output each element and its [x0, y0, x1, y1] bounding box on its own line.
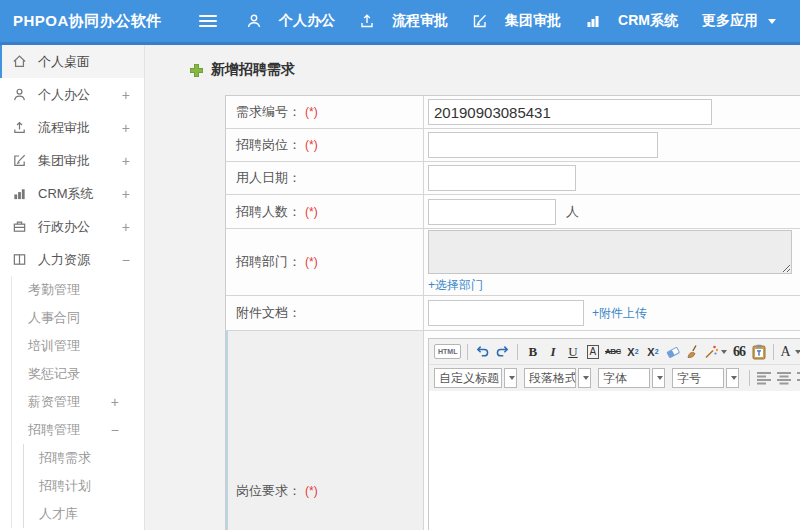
sidebar-label: 集团审批: [38, 152, 90, 170]
strikethrough-button[interactable]: ABC: [604, 342, 621, 362]
bar-chart-icon: [12, 186, 29, 201]
field-label: 招聘人数：: [236, 203, 301, 221]
undo-button[interactable]: [474, 342, 491, 362]
sidebar-item-crm[interactable]: CRM系统 +: [0, 177, 144, 210]
redo-button[interactable]: [494, 342, 511, 362]
nav-item-more-apps[interactable]: 更多应用: [702, 12, 776, 30]
page-title: 新增招聘需求: [190, 61, 295, 79]
sidebar-item-admin-office[interactable]: 行政办公 +: [0, 210, 144, 243]
editor-body[interactable]: [429, 391, 800, 530]
sidebar-item-personal-desktop[interactable]: 个人桌面: [0, 45, 144, 78]
attachment-input[interactable]: [428, 300, 584, 326]
caret-down-icon[interactable]: [504, 368, 517, 388]
sidebar-label: 人事合同: [28, 309, 80, 327]
expand-toggle[interactable]: +: [122, 153, 130, 169]
font-size-select[interactable]: 字号: [672, 368, 739, 388]
sidebar-item-hr[interactable]: 人力资源 −: [0, 243, 144, 276]
upload-attachment-link[interactable]: +附件上传: [592, 305, 647, 322]
app-logo: PHPOA协同办公软件: [0, 12, 187, 31]
expand-toggle[interactable]: +: [122, 87, 130, 103]
nav-item-personal-office[interactable]: 个人办公: [246, 12, 335, 30]
book-icon: [12, 252, 29, 267]
required-marker: (*): [305, 105, 318, 119]
eraser-button[interactable]: [664, 342, 681, 362]
menu-toggle-icon[interactable]: [199, 12, 219, 30]
add-icon: [190, 64, 203, 77]
field-label: 招聘岗位：: [236, 136, 301, 154]
sidebar-item-salary[interactable]: 薪资管理 +: [12, 388, 144, 416]
font-color-button[interactable]: A: [780, 342, 800, 362]
sidebar-item-talent-pool[interactable]: 人才库: [24, 500, 144, 528]
superscript-button[interactable]: X2: [624, 342, 641, 362]
editor-toolbar-bottom: 自定义标题 段落格式 字体 字号: [429, 365, 800, 391]
bar-chart-icon: [585, 13, 602, 29]
nav-label: 集团审批: [505, 12, 561, 30]
font-family-select[interactable]: 字体: [598, 368, 665, 388]
caret-down-icon: [795, 350, 800, 354]
user-icon: [246, 13, 263, 29]
richtext-editor: HTML B I U A ABC X2 X2: [428, 338, 800, 530]
sidebar-item-recruit-plan[interactable]: 招聘计划: [24, 472, 144, 500]
blockquote-button[interactable]: 66: [730, 342, 747, 362]
sidebar-item-personal-office[interactable]: 个人办公 +: [0, 78, 144, 111]
nav-item-crm[interactable]: CRM系统: [585, 12, 678, 30]
sidebar-item-group-approval[interactable]: 集团审批 +: [0, 144, 144, 177]
align-left-button[interactable]: [756, 368, 773, 388]
request-number-input[interactable]: [428, 99, 712, 125]
nav-label: 流程审批: [392, 12, 448, 30]
underline-button[interactable]: U: [564, 342, 581, 362]
align-right-button[interactable]: [796, 368, 800, 388]
field-label: 附件文档：: [236, 304, 301, 322]
highlight-wand-button[interactable]: [704, 342, 727, 362]
caret-down-icon[interactable]: [726, 368, 739, 388]
sidebar-label: 培训管理: [28, 337, 80, 355]
main-content: 新增招聘需求 需求编号：(*) 招聘岗位：(*) 用人日期： 招聘人数：(*) …: [146, 45, 800, 530]
expand-toggle[interactable]: +: [122, 120, 130, 136]
expand-toggle[interactable]: −: [111, 422, 119, 438]
form-row: 用人日期：: [226, 162, 800, 195]
user-icon: [12, 87, 29, 102]
department-textarea[interactable]: [428, 230, 792, 274]
caret-down-icon[interactable]: [652, 368, 665, 388]
paste-text-button[interactable]: [750, 342, 767, 362]
sidebar-label: 人才库: [39, 505, 78, 523]
headcount-input[interactable]: [428, 199, 556, 225]
sidebar-label: 招聘计划: [39, 477, 91, 495]
expand-toggle[interactable]: +: [111, 394, 119, 410]
autotypeset-button[interactable]: A: [587, 345, 600, 359]
caret-down-icon: [768, 19, 776, 24]
italic-button[interactable]: I: [544, 342, 561, 362]
nav-label: CRM系统: [618, 12, 678, 30]
sidebar-label: 行政办公: [38, 218, 90, 236]
sidebar-item-rewards[interactable]: 奖惩记录: [12, 360, 144, 388]
job-position-input[interactable]: [428, 132, 658, 158]
bold-button[interactable]: B: [524, 342, 541, 362]
expand-toggle[interactable]: +: [122, 186, 130, 202]
sidebar-item-workflow-approval[interactable]: 流程审批 +: [0, 111, 144, 144]
form-row: 附件文档： +附件上传: [226, 296, 800, 331]
custom-title-select[interactable]: 自定义标题: [434, 368, 517, 388]
nav-item-workflow-approval[interactable]: 流程审批: [359, 12, 448, 30]
caret-down-icon[interactable]: [578, 368, 591, 388]
expand-toggle[interactable]: +: [122, 219, 130, 235]
sidebar-item-hr-contract[interactable]: 人事合同: [12, 304, 144, 332]
paragraph-format-select[interactable]: 段落格式: [524, 368, 591, 388]
field-label: 岗位要求：: [236, 482, 301, 500]
form-row: 招聘部门：(*) +选择部门: [226, 229, 800, 296]
subscript-button[interactable]: X2: [644, 342, 661, 362]
required-marker: (*): [305, 484, 318, 498]
select-department-link[interactable]: +选择部门: [428, 277, 483, 294]
align-center-button[interactable]: [776, 368, 793, 388]
sidebar-item-training[interactable]: 培训管理: [12, 332, 144, 360]
sidebar-label: CRM系统: [38, 185, 94, 203]
sidebar-item-recruit-request[interactable]: 招聘需求: [24, 444, 144, 472]
home-icon: [12, 54, 29, 69]
format-brush-button[interactable]: [684, 342, 701, 362]
nav-item-group-approval[interactable]: 集团审批: [472, 12, 561, 30]
recruitment-submenu: 招聘需求 招聘计划 人才库: [23, 444, 144, 528]
sidebar-item-attendance[interactable]: 考勤管理: [12, 276, 144, 304]
html-source-button[interactable]: HTML: [434, 344, 461, 359]
hire-date-input[interactable]: [428, 165, 576, 191]
sidebar-item-recruitment[interactable]: 招聘管理 −: [12, 416, 144, 444]
expand-toggle[interactable]: −: [122, 252, 130, 268]
